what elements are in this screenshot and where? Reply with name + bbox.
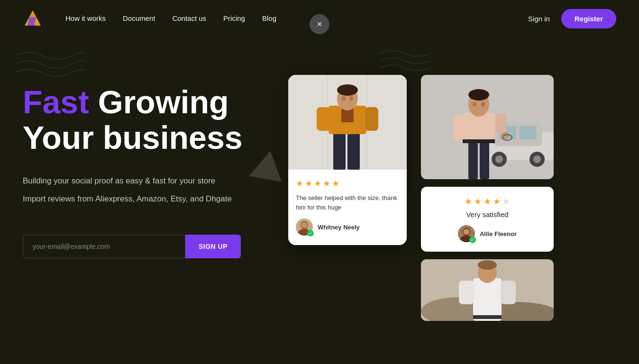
stars-1: ★ ★ ★ ★ ★ (296, 178, 399, 189)
svg-point-16 (349, 96, 353, 101)
svg-point-40 (473, 102, 476, 107)
triangle-decoration (249, 148, 286, 182)
logo[interactable] (23, 9, 43, 28)
photo-svg-top (421, 75, 554, 179)
close-button[interactable]: × (310, 14, 329, 34)
svg-rect-54 (473, 315, 502, 319)
svg-point-27 (495, 155, 503, 163)
nav-item-contact-us[interactable]: Contact us (172, 14, 206, 23)
hero-title: Fast GrowingYour business (23, 84, 288, 155)
svg-rect-6 (333, 129, 346, 170)
review-card-column-2: ★ ★ ★ ★ ★ Very satisfied (421, 75, 554, 350)
svg-point-41 (481, 102, 485, 107)
sign-in-link[interactable]: Sign in (528, 15, 550, 23)
product-review-card-1: ★ ★ ★ ★ ★ The seller helped with the siz… (288, 75, 407, 245)
svg-point-20 (301, 222, 307, 228)
nav-link-contact-us[interactable]: Contact us (172, 14, 206, 22)
svg-rect-32 (463, 113, 495, 141)
nav-item-how-it-works[interactable]: How it works (65, 14, 106, 23)
hero-section: Fast GrowingYour business Building your … (0, 37, 639, 350)
star-4: ★ (323, 178, 330, 189)
hero-right-content: ★ ★ ★ ★ ★ The seller helped with the siz… (288, 65, 616, 350)
star-1: ★ (296, 178, 303, 189)
svg-rect-50 (459, 281, 474, 304)
hero-subtitle1: Building your social proof as easy & fas… (23, 174, 288, 188)
star-2: ★ (305, 178, 312, 189)
star-5: ★ (332, 178, 339, 189)
satisfied-star-4: ★ (493, 196, 501, 207)
logo-icon (23, 9, 43, 28)
avatar-wrap-1: ✓ (296, 218, 313, 236)
svg-point-15 (342, 96, 346, 101)
reviewer-name-1: Whitney Neely (318, 224, 360, 231)
hero-subtitle2: Import reviews from Aliexpress, Amazon, … (23, 192, 288, 206)
wave-decoration-left (9, 46, 85, 84)
close-icon: × (317, 19, 322, 29)
svg-point-29 (533, 155, 541, 163)
satisfied-card: ★ ★ ★ ★ ★ Very satisfied (421, 187, 554, 252)
email-input[interactable] (23, 235, 185, 258)
review-card-column-1: ★ ★ ★ ★ ★ The seller helped with the siz… (288, 75, 407, 350)
satisfied-stars: ★ ★ ★ ★ ★ (432, 196, 542, 207)
satisfied-text: Very satisfied (432, 210, 542, 218)
nav-links: How it works Document Contact us Pricing… (65, 14, 276, 23)
satisfied-star-1: ★ (465, 196, 472, 207)
verified-badge-1: ✓ (307, 230, 314, 237)
email-form: SIGN UP (23, 235, 241, 258)
review-text-1: The seller helped with the size, thank h… (296, 193, 399, 212)
nav-link-document[interactable]: Document (123, 14, 155, 22)
product-image-svg-1 (288, 75, 407, 170)
svg-rect-10 (317, 107, 330, 131)
svg-rect-7 (347, 129, 360, 170)
nav-link-pricing[interactable]: Pricing (223, 14, 245, 22)
nav-item-document[interactable]: Document (123, 14, 155, 23)
satisfied-star-2: ★ (474, 196, 482, 207)
svg-rect-51 (501, 281, 516, 304)
photo-card-bottom (421, 259, 554, 321)
hero-left-content: Fast GrowingYour business Building your … (23, 65, 288, 350)
photo-card-top (421, 75, 554, 179)
star-3: ★ (314, 178, 321, 189)
nav-link-how-it-works[interactable]: How it works (65, 14, 106, 22)
satisfied-reviewer-name: Allie Fleenor (480, 230, 517, 237)
hero-title-accent: Fast (23, 84, 89, 120)
svg-rect-34 (496, 113, 506, 134)
svg-rect-33 (453, 115, 464, 141)
register-button[interactable]: Register (561, 9, 616, 28)
photo-svg-bottom (421, 259, 554, 321)
svg-point-53 (478, 260, 497, 270)
nav-link-blog[interactable]: Blog (262, 14, 276, 22)
svg-rect-25 (520, 126, 536, 139)
nav-item-pricing[interactable]: Pricing (223, 14, 245, 23)
svg-rect-49 (473, 278, 502, 321)
nav-item-blog[interactable]: Blog (262, 14, 276, 23)
verified-badge-2: ✓ (469, 237, 476, 243)
svg-point-39 (468, 89, 489, 100)
svg-point-45 (464, 229, 469, 235)
svg-rect-11 (365, 107, 378, 131)
nav-left: How it works Document Contact us Pricing… (23, 9, 276, 28)
signup-button[interactable]: SIGN UP (185, 235, 241, 258)
satisfied-star-5: ★ (502, 196, 510, 207)
satisfied-star-3: ★ (484, 196, 491, 207)
svg-rect-37 (463, 139, 495, 143)
reviewer-1: ✓ Whitney Neely (296, 218, 399, 236)
satisfied-reviewer: ✓ Allie Fleenor (432, 225, 542, 242)
product-image-1 (288, 75, 407, 170)
nav-right: Sign in Register (528, 9, 616, 28)
review-content-1: ★ ★ ★ ★ ★ The seller helped with the siz… (288, 170, 407, 245)
avatar-wrap-2: ✓ (458, 225, 475, 242)
svg-point-14 (337, 84, 358, 96)
